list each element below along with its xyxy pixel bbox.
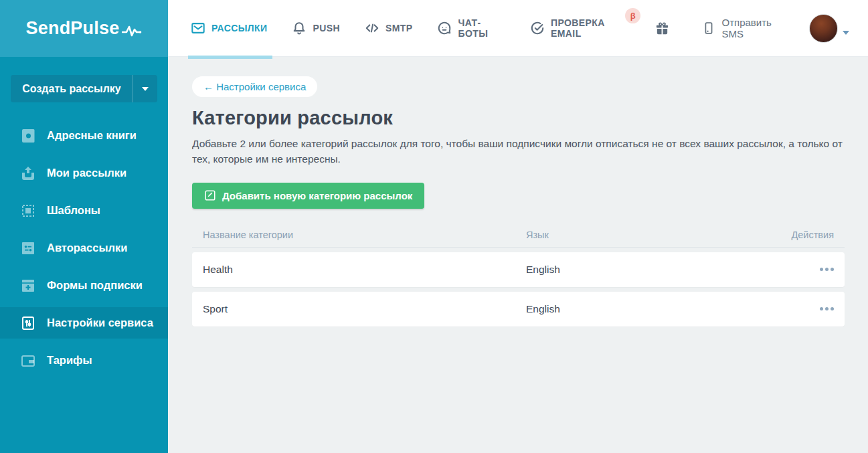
sidebar-item-label: Настройки сервиса	[47, 316, 153, 329]
tab-label: ЧАТ-БОТЫ	[458, 17, 505, 39]
tab-campaigns[interactable]: РАССЫЛКИ	[191, 0, 267, 57]
autoresponder-icon	[20, 240, 36, 256]
right-pane: РАССЫЛКИ PUSH	[168, 0, 868, 453]
bell-icon	[292, 21, 307, 35]
edit-icon	[204, 189, 216, 201]
table-row: Health English	[192, 252, 845, 287]
logo-text: SendPulse	[26, 18, 120, 39]
send-sms-label: Отправить SMS	[721, 17, 789, 39]
sidebar-item-pricing[interactable]: Тарифы	[0, 345, 168, 376]
tab-chatbots[interactable]: ЧАТ-БОТЫ	[437, 0, 505, 57]
sidebar-item-label: Авторассылки	[47, 242, 127, 254]
send-sms-button[interactable]: Отправить SMS	[702, 17, 789, 39]
main-content: ← Настройки сервиса Категории рассылок Д…	[168, 57, 868, 453]
chevron-down-icon	[142, 87, 149, 91]
form-icon	[20, 278, 36, 294]
sidebar-item-label: Адресные книги	[47, 129, 137, 142]
column-header-name: Название категории	[203, 230, 526, 240]
category-name: Health	[203, 264, 526, 276]
wallet-icon	[20, 353, 36, 369]
category-language: English	[526, 303, 780, 315]
create-campaign-dropdown[interactable]	[133, 75, 157, 102]
create-campaign-label[interactable]: Создать рассылку	[11, 75, 133, 102]
check-circle-icon	[530, 21, 545, 35]
sidebar-item-label: Мои рассылки	[47, 167, 126, 179]
breadcrumb-back-link[interactable]: ← Настройки сервиса	[192, 76, 317, 97]
page-title: Категории рассылок	[192, 107, 845, 129]
sidebar-item-label: Шаблоны	[47, 204, 100, 217]
create-campaign-button[interactable]: Создать рассылку	[11, 75, 157, 102]
gift-button[interactable]	[655, 20, 670, 36]
table-row: Sport English	[192, 292, 845, 327]
address-book-icon	[20, 128, 36, 144]
tab-label: PUSH	[313, 23, 340, 33]
pulse-icon	[122, 25, 142, 37]
sidebar-item-subscription-forms[interactable]: Формы подписки	[0, 270, 168, 301]
tab-label: SMTP	[385, 23, 413, 33]
column-header-actions: Действия	[780, 230, 834, 240]
sidebar-item-label: Формы подписки	[47, 279, 143, 292]
sidebar-item-service-settings[interactable]: Настройки сервиса	[0, 307, 168, 339]
avatar[interactable]	[809, 14, 838, 43]
envelope-icon	[191, 21, 205, 35]
top-navigation: РАССЫЛКИ PUSH	[168, 0, 868, 57]
sliders-icon	[20, 315, 36, 331]
sidebar-item-autoresponders[interactable]: Авторассылки	[0, 232, 168, 264]
chevron-down-icon	[843, 31, 849, 35]
add-category-label: Добавить новую категорию рассылок	[222, 190, 412, 201]
sidebar-item-templates[interactable]: Шаблоны	[0, 195, 168, 226]
column-header-language: Язык	[526, 230, 780, 240]
code-icon	[365, 21, 379, 35]
page-description: Добавьте 2 или более категорий рассылок …	[192, 136, 845, 167]
row-actions-menu-button[interactable]	[780, 264, 834, 275]
table-header: Название категории Язык Действия	[192, 223, 845, 248]
row-actions-menu-button[interactable]	[780, 303, 834, 314]
app-window: SendPulse Создать рассылку	[0, 0, 868, 453]
stamp-icon	[20, 203, 36, 219]
logo[interactable]: SendPulse	[0, 0, 168, 57]
account-menu[interactable]	[809, 14, 849, 43]
beta-badge: β	[625, 8, 640, 23]
gift-icon	[655, 21, 670, 36]
category-language: English	[526, 264, 780, 276]
tab-label: ПРОВЕРКА EMAIL	[551, 17, 630, 39]
add-category-button[interactable]: Добавить новую категорию рассылок	[192, 183, 424, 209]
sidebar-item-label: Тарифы	[47, 354, 92, 367]
phone-icon	[702, 21, 715, 35]
tab-email-verification[interactable]: ПРОВЕРКА EMAIL β	[530, 0, 630, 57]
sidebar: SendPulse Создать рассылку	[0, 0, 168, 453]
category-name: Sport	[203, 303, 526, 315]
sidebar-nav: Адресные книги Мои рассылки	[0, 120, 168, 382]
chatbot-icon	[437, 21, 452, 35]
categories-table: Название категории Язык Действия Health …	[192, 223, 845, 327]
send-tray-icon	[20, 165, 36, 181]
tab-push[interactable]: PUSH	[292, 0, 340, 57]
sidebar-item-address-books[interactable]: Адресные книги	[0, 120, 168, 151]
tab-label: РАССЫЛКИ	[211, 23, 267, 33]
tab-smtp[interactable]: SMTP	[365, 0, 413, 57]
sidebar-item-my-campaigns[interactable]: Мои рассылки	[0, 157, 168, 189]
